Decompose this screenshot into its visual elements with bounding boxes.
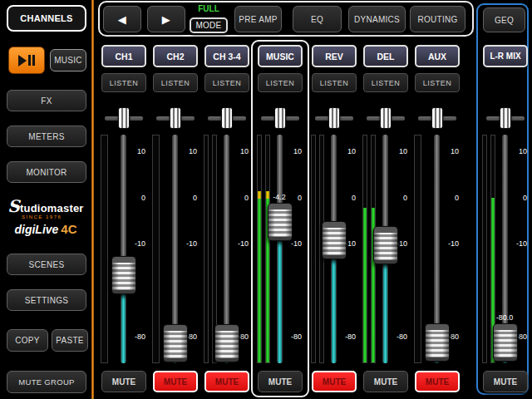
mute-button[interactable]: MUTE: [483, 371, 528, 392]
channel-name-button[interactable]: CH 3-4: [204, 45, 249, 67]
mute-button[interactable]: MUTE: [153, 371, 198, 392]
monitor-button[interactable]: MONITOR: [7, 161, 86, 183]
fader-handle[interactable]: [373, 226, 398, 264]
listen-button[interactable]: LISTEN: [312, 73, 357, 92]
level-meter: [414, 135, 421, 363]
scale-tick: -10: [436, 239, 459, 248]
sidebar-divider: [91, 0, 94, 399]
scale-tick: -80: [279, 332, 302, 341]
pan-handle[interactable]: [274, 107, 286, 129]
fader-handle[interactable]: [322, 221, 347, 259]
music-player-button[interactable]: MUSIC: [50, 49, 86, 71]
listen-button[interactable]: LISTEN: [258, 73, 303, 92]
fader-handle[interactable]: [493, 323, 518, 362]
fader-value-label: -4.2: [259, 193, 299, 201]
pan-handle[interactable]: [500, 107, 511, 129]
fx-button[interactable]: FX: [7, 90, 86, 111]
listen-button[interactable]: LISTEN: [153, 73, 198, 92]
mute-group-button[interactable]: MUTE GROUP: [7, 371, 86, 393]
channel-name-button[interactable]: CH1: [101, 45, 146, 67]
channel-strip-ch1: CH1 LISTEN 10 0 -10 -80 MUTE: [98, 42, 150, 397]
pan-handle[interactable]: [118, 107, 130, 129]
play-pause-button[interactable]: [8, 47, 45, 74]
mute-button[interactable]: MUTE: [312, 371, 357, 392]
mute-button[interactable]: MUTE: [415, 371, 460, 392]
scale-tick: 10: [279, 147, 302, 155]
geq-button[interactable]: GEQ: [483, 7, 525, 32]
channel-strip-del: DEL LISTEN 10 0 -10 -80 MUTE: [360, 42, 411, 397]
channel-name-button[interactable]: AUX: [415, 45, 460, 67]
scale-tick: 10: [226, 147, 249, 155]
channels-button[interactable]: CHANNELS: [7, 5, 86, 32]
channel-name-button[interactable]: L-R MIX: [483, 45, 528, 67]
fader-handle[interactable]: [214, 324, 239, 362]
scale-tick: 0: [123, 194, 145, 202]
mute-button[interactable]: MUTE: [258, 371, 303, 392]
channel-name-button[interactable]: REV: [312, 45, 357, 67]
fader-handle[interactable]: [163, 324, 188, 362]
channel-name-button[interactable]: CH2: [153, 45, 198, 67]
channel-strip-lr-mix: L-R MIX LISTEN 10 0 -10 -80 -80.0 MUTE: [480, 42, 531, 397]
pan-handle[interactable]: [221, 107, 233, 129]
listen-button[interactable]: LISTEN: [363, 73, 408, 92]
level-meter: [265, 135, 270, 363]
routing-tab[interactable]: ROUTING: [410, 6, 466, 32]
pan-handle[interactable]: [328, 107, 340, 129]
scale-tick: 0: [385, 194, 407, 202]
scale-tick: -80: [385, 332, 407, 341]
scale-tick: 10: [385, 147, 407, 155]
pan-handle[interactable]: [170, 107, 181, 129]
scale-tick: 0: [436, 194, 459, 202]
listen-button[interactable]: LISTEN: [101, 73, 146, 92]
sidebar: CHANNELS MUSIC FX METERS MONITOR Studiom…: [0, 0, 91, 399]
mode-button[interactable]: MODE: [190, 17, 228, 33]
scale-tick: 0: [333, 194, 356, 202]
product-model: 4C: [61, 222, 76, 236]
level-meter: [362, 135, 367, 363]
scale-tick: -80: [123, 332, 145, 341]
meter-fill: [363, 208, 367, 362]
channel-strip-aux: AUX LISTEN 10 0 -10 -80 MUTE: [411, 42, 463, 397]
dynamics-tab[interactable]: DYNAMICS: [348, 6, 406, 32]
listen-button[interactable]: LISTEN: [204, 73, 249, 92]
pan-handle[interactable]: [380, 107, 392, 129]
scale-tick: 10: [436, 147, 459, 155]
eq-tab[interactable]: EQ: [293, 6, 342, 32]
settings-button[interactable]: SETTINGS: [7, 289, 86, 311]
scale-tick: -10: [505, 239, 527, 248]
brand-name: Studiomaster: [0, 196, 91, 216]
mute-button[interactable]: MUTE: [101, 371, 146, 392]
scale-tick: -80: [333, 332, 356, 341]
fader-handle[interactable]: [268, 203, 293, 241]
channel-strip-music: MUSIC LISTEN 10 0 -10 -80 -4.2 MUTE: [254, 42, 306, 397]
studiomaster-logo: Studiomaster SINCE 1976 digiLive4C: [0, 196, 91, 236]
next-channels-button[interactable]: ▶: [147, 6, 185, 32]
channel-name-button[interactable]: DEL: [363, 45, 408, 67]
level-meter: [257, 135, 262, 363]
scale-tick: 0: [505, 194, 527, 202]
mute-button[interactable]: MUTE: [204, 371, 249, 392]
scale-tick: 10: [333, 147, 356, 155]
listen-button[interactable]: LISTEN: [415, 73, 460, 92]
fader-handle[interactable]: [111, 256, 136, 294]
pre-amp-tab[interactable]: PRE AMP: [234, 6, 282, 32]
scale-tick: 10: [175, 147, 197, 155]
pan-handle[interactable]: [431, 107, 443, 129]
fader-handle[interactable]: [425, 323, 450, 362]
channel-strip-ch2: CH2 LISTEN 10 0 -10 -80 MUTE: [150, 42, 201, 397]
meter-fill: [258, 199, 261, 362]
product-logo: digiLive4C: [0, 222, 91, 236]
prev-channels-button[interactable]: ◀: [103, 6, 141, 32]
mute-button[interactable]: MUTE: [363, 371, 408, 392]
scale-tick: 0: [175, 194, 197, 202]
paste-button[interactable]: PASTE: [52, 329, 88, 352]
level-meter: [152, 135, 160, 363]
channel-name-button[interactable]: MUSIC: [258, 45, 303, 67]
level-meter: [204, 135, 209, 363]
copy-button[interactable]: COPY: [7, 329, 48, 352]
channel-strip-ch3-4: CH 3-4 LISTEN 10 0 -10 -80 MUTE: [201, 42, 253, 397]
play-pause-icon: [18, 55, 35, 66]
scenes-button[interactable]: SCENES: [7, 254, 86, 275]
meters-button[interactable]: METERS: [7, 126, 86, 147]
scale-tick: -10: [123, 239, 145, 248]
